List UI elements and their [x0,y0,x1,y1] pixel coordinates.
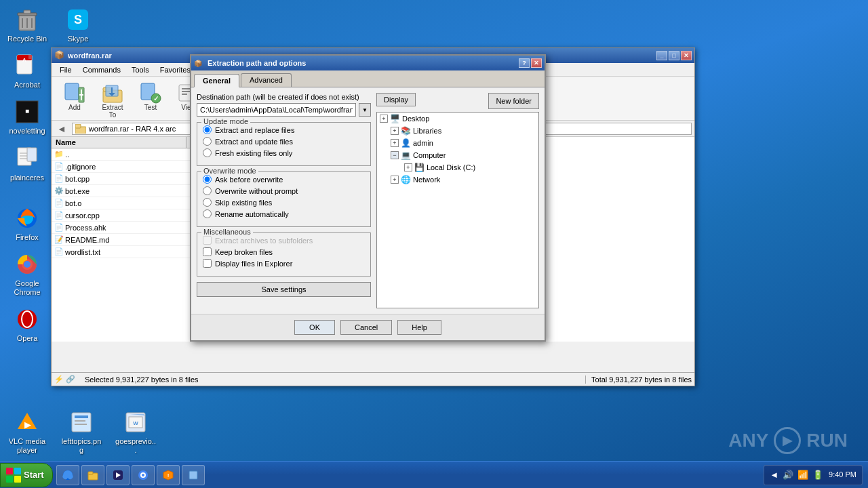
computer-tree-label: Computer [413,151,446,159]
toolbar-add[interactable]: Add [57,79,92,117]
dialog-footer: OK Cancel Help [191,314,545,340]
radio-extract-update-input[interactable] [203,137,212,146]
extract-dialog-titlebar[interactable]: 📦 Extraction path and options ? ✕ [191,56,545,70]
expand-computer[interactable]: − [391,151,399,159]
desktop-icon-firefox[interactable]: Firefox [3,202,51,245]
radio-overwrite-without[interactable]: Overwrite without prompt [203,186,365,195]
radio-skip-existing[interactable]: Skip existing files [203,198,365,207]
taskbar-norton[interactable]: ! [157,465,180,485]
tree-item-admin[interactable]: + 👤 admin [377,137,538,149]
computer-tree-icon: 💻 [401,150,411,160]
radio-skip-existing-input[interactable] [203,198,212,207]
svg-text:■: ■ [25,107,29,115]
radio-rename-auto-input[interactable] [203,209,212,218]
system-clock[interactable]: 9:40 PM [829,470,856,480]
radio-extract-replace-input[interactable] [203,125,212,134]
path-dropdown-button[interactable]: ▼ [359,103,371,117]
close-button[interactable]: ✕ [681,51,692,60]
cancel-button[interactable]: Cancel [340,320,392,335]
taskbar-mediaplayer[interactable] [106,465,130,485]
toolbar-test[interactable]: ✓ Test [133,79,168,117]
explorer-taskbar-icon [87,470,98,481]
tree-item-computer[interactable]: − 💻 Computer [377,149,538,161]
minimize-button[interactable]: _ [656,51,667,60]
checkbox-keep-broken[interactable]: Keep broken files [203,247,365,256]
desktop-icon-recycle-bin[interactable]: Recycle Bin [3,3,51,46]
svg-text:W: W [133,420,138,426]
tree-item-local-disk[interactable]: + 💾 Local Disk (C:) [377,161,538,174]
cpp-icon: 📄 [54,211,64,220]
tray-volume-icon[interactable]: 🔊 [783,470,793,480]
expand-network[interactable]: + [391,176,399,184]
status-icon-2: 🔗 [66,375,75,384]
col-name[interactable]: Name [52,137,186,148]
dialog-close-button[interactable]: ✕ [531,58,542,68]
radio-overwrite-without-input[interactable] [203,186,212,195]
tray-icon-arrow[interactable]: ◄ [770,470,778,480]
taskbar-explorer[interactable] [81,465,104,485]
menu-tools[interactable]: Tools [126,64,155,75]
ok-button[interactable]: OK [294,320,335,335]
file-icon: 📄 [54,162,64,171]
start-button[interactable]: Start [0,463,53,487]
tree-item-desktop[interactable]: + 🖥️ Desktop [377,113,538,125]
tab-advanced[interactable]: Advanced [241,73,292,87]
tab-general[interactable]: General [194,74,239,87]
radio-ask-before[interactable]: Ask before overwrite [203,175,365,184]
anyrun-play-icon: ▶ [774,427,801,454]
display-button[interactable]: Display [376,93,416,106]
radio-extract-replace[interactable]: Extract and replace files [203,125,365,134]
checkbox-extract-subfolders-label: Extract archives to subfolders [215,237,313,245]
radio-rename-auto[interactable]: Rename automatically [203,209,365,218]
extract-dialog-title: Extraction path and options [208,59,519,67]
desktop-icon-skype[interactable]: S Skype [54,3,102,46]
expand-admin[interactable]: + [391,139,399,147]
toolbar-extract-to[interactable]: Extract To [95,79,130,117]
folder-icon: 📁 [54,150,64,159]
extract-dialog: 📦 Extraction path and options ? ✕ Genera… [190,54,546,342]
back-button[interactable]: ◄ [54,123,69,134]
desktop-icon-noveletting[interactable]: ■ noveletting [3,96,51,138]
desktop-icon-google-chrome[interactable]: Google Chrome [3,248,51,300]
help-button[interactable]: Help [397,320,441,335]
svg-rect-54 [75,124,81,128]
folder-tree[interactable]: + 🖥️ Desktop + 📚 Libraries + 👤 admi [376,112,539,308]
status-bar: ⚡ 🔗 Selected 9,931,227 bytes in 8 files … [52,372,694,386]
expand-local-disk[interactable]: + [404,163,412,171]
tree-item-libraries[interactable]: + 📚 Libraries [377,125,538,137]
menu-file[interactable]: File [54,64,77,75]
radio-ask-before-input[interactable] [203,175,212,184]
new-folder-button[interactable]: New folder [488,93,539,109]
checkbox-keep-broken-input[interactable] [203,247,212,256]
desktop-icon-vlc[interactable]: ▶ VLC mediaplayer [3,406,51,458]
save-settings-button[interactable]: Save settings [197,282,371,297]
radio-fresh-only[interactable]: Fresh existing files only [203,148,365,157]
restore-button[interactable]: □ [669,51,679,60]
menu-commands[interactable]: Commands [77,64,126,75]
radio-extract-update[interactable]: Extract and update files [203,137,365,146]
taskbar-chrome[interactable] [132,465,155,485]
noveletting-label: noveletting [9,127,45,136]
radio-fresh-only-input[interactable] [203,148,212,157]
expand-libraries[interactable]: + [391,127,399,135]
taskbar-winrar[interactable] [182,465,205,485]
expand-desktop[interactable]: + [380,115,388,123]
dialog-help-button[interactable]: ? [519,58,530,68]
ahk-icon: 📄 [54,223,64,232]
desktop-icon-plainceres[interactable]: plainceres [3,142,51,185]
file-name: bot.o [64,199,184,207]
path-input[interactable] [197,103,356,117]
desktop-icon-acrobat[interactable]: A Acrobat [3,49,51,92]
tree-item-network[interactable]: + 🌐 Network [377,174,538,186]
svg-rect-56 [14,468,21,474]
checkbox-display-explorer-input[interactable] [203,259,212,268]
desktop-icon-opera[interactable]: Opera [3,303,51,346]
goesprevio-icon: W [122,409,149,436]
tray-battery-icon[interactable]: 🔋 [812,470,823,480]
checkbox-display-explorer[interactable]: Display files in Explorer [203,259,365,268]
desktop-icon-lefttopics[interactable]: lefttopics.png [58,406,105,458]
desktop-icon-goesprevio[interactable]: W goesprevio... [112,406,159,458]
taskbar-ie[interactable] [56,465,79,485]
checkbox-extract-subfolders-input[interactable] [203,236,212,245]
tray-network-icon[interactable]: 📶 [797,470,808,480]
